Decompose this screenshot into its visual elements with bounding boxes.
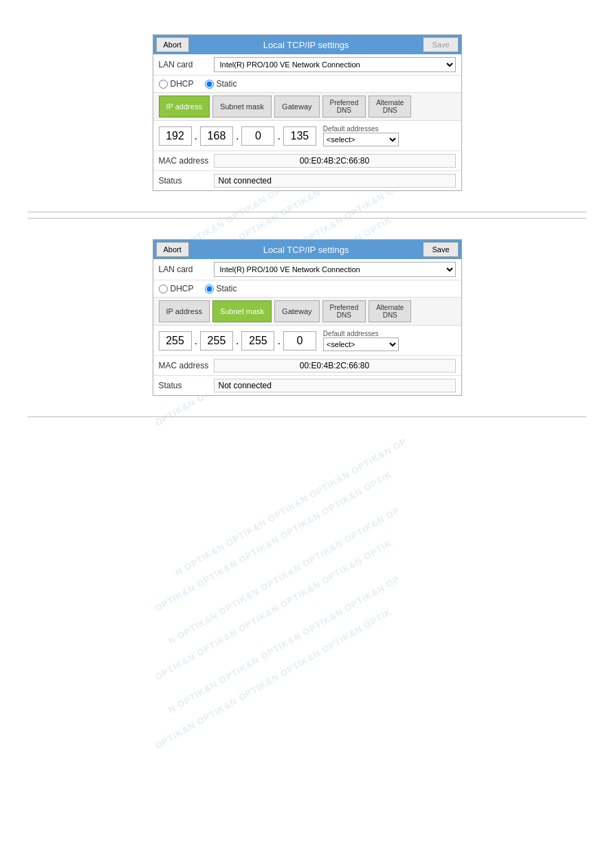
main-content: Abort Local TCP/IP settings Save LAN car… <box>0 0 614 436</box>
panel2-dhcp-radio[interactable] <box>159 285 168 293</box>
panel2-save-button[interactable]: Save <box>423 242 458 257</box>
panel1-mac-value: 00:E0:4B:2C:66:80 <box>214 154 456 168</box>
panel2-status-value: Not connected <box>214 379 456 392</box>
panel2-octet3-wrapper <box>241 331 274 350</box>
panel2-default-label: Default addresses <box>323 330 379 337</box>
panel2: Abort Local TCP/IP settings Save LAN car… <box>153 239 462 396</box>
panel2-octet3-input[interactable] <box>241 331 274 350</box>
panel2-tabs: IP address Subnet mask Gateway Preferred… <box>153 297 461 326</box>
panel1-tab-gateway[interactable]: Gateway <box>274 96 319 118</box>
panel2-lan-select[interactable]: Intel(R) PRO/100 VE Network Connection <box>214 262 456 277</box>
panel2-sep2: . <box>234 335 240 347</box>
panel2-default-select[interactable]: <select> <box>323 337 399 351</box>
panel2-tab-gateway[interactable]: Gateway <box>274 300 319 322</box>
panel2-title: Local TCP/IP settings <box>192 245 421 255</box>
panel1-section: Abort Local TCP/IP settings Save LAN car… <box>0 34 614 191</box>
panel1-lan-select[interactable]: Intel(R) PRO/100 VE Network Connection <box>214 57 456 72</box>
page-wrapper: N OPTIK&N OPTIK&N OPTIK&N OPTIK&N OPTIK&… <box>0 0 614 868</box>
panel1-mac-row: MAC address 00:E0:4B:2C:66:80 <box>153 151 461 171</box>
divider1 <box>28 212 586 212</box>
panel1-dhcp-radio[interactable] <box>159 80 168 89</box>
panel1-octet1-input[interactable] <box>159 126 192 146</box>
panel2-subnet-row: . . . Default addresses < <box>153 326 461 356</box>
panel1-ip-row: . . . Default addresses < <box>153 121 461 151</box>
panel2-octet1-input[interactable] <box>159 331 192 350</box>
divider3 <box>28 416 586 417</box>
panel1-tab-subnet-mask[interactable]: Subnet mask <box>212 96 272 118</box>
panel1-dhcp-label[interactable]: DHCP <box>159 79 194 89</box>
panel1-title: Local TCP/IP settings <box>192 40 421 50</box>
panel2-tab-ip-address[interactable]: IP address <box>159 300 210 322</box>
panel1-radio-row: DHCP Static <box>153 76 461 92</box>
panel2-sep1: . <box>193 335 199 347</box>
panel1-mac-label: MAC address <box>159 156 214 166</box>
panel2-sep3: . <box>276 335 281 347</box>
panel2-mac-value: 00:E0:4B:2C:66:80 <box>214 359 456 372</box>
panel1-sep3: . <box>276 130 281 142</box>
panel1-tab-ip-address[interactable]: IP address <box>159 96 210 118</box>
panel1-tabs: IP address Subnet mask Gateway Preferred… <box>153 92 461 121</box>
panel2-octet2-wrapper <box>200 331 233 350</box>
panel1-lan-value: Intel(R) PRO/100 VE Network Connection <box>214 57 456 72</box>
panel1-lan-label: LAN card <box>159 60 214 69</box>
panel2-dhcp-label[interactable]: DHCP <box>159 284 194 293</box>
panel2-lan-row: LAN card Intel(R) PRO/100 VE Network Con… <box>153 259 461 280</box>
panel2-status-label: Status <box>159 381 214 390</box>
divider2 <box>28 218 586 219</box>
panel1-default-label: Default addresses <box>323 125 379 133</box>
panel2-radio-row: DHCP Static <box>153 280 461 297</box>
panel1-octet2-wrapper <box>200 126 233 146</box>
panel2-status-row: Status Not connected <box>153 376 461 395</box>
panel1-octet3-input[interactable] <box>241 126 274 146</box>
panel2-tab-preferred-dns[interactable]: PreferredDNS <box>322 300 366 322</box>
panel1-octet4-wrapper <box>283 126 316 146</box>
panel1-octet3-wrapper <box>241 126 274 146</box>
panel2-default-addresses: Default addresses <select> <box>323 330 399 351</box>
panel2-mac-row: MAC address 00:E0:4B:2C:66:80 <box>153 356 461 376</box>
panel1-default-addresses: Default addresses <select> <box>323 125 399 146</box>
panel2-lan-value: Intel(R) PRO/100 VE Network Connection <box>214 262 456 277</box>
panel2-octet1-wrapper <box>159 331 192 350</box>
panel1-octet4-input[interactable] <box>283 126 316 146</box>
panel2-tab-subnet-mask[interactable]: Subnet mask <box>212 300 272 322</box>
panel2-octet2-input[interactable] <box>200 331 233 350</box>
panel1-static-radio[interactable] <box>205 80 214 89</box>
panel1-status-row: Status Not connected <box>153 171 461 190</box>
panel1-save-button[interactable]: Save <box>423 37 458 52</box>
panel1-abort-button[interactable]: Abort <box>156 37 189 52</box>
panel2-octet4-input[interactable] <box>283 331 316 350</box>
panel2-static-radio[interactable] <box>205 285 214 293</box>
panel1-status-label: Status <box>159 176 214 186</box>
panel2-octet4-wrapper <box>283 331 316 350</box>
panel1-sep2: . <box>234 130 240 142</box>
panel1-titlebar: Abort Local TCP/IP settings Save <box>153 35 461 54</box>
panel1-sep1: . <box>193 130 199 142</box>
panel1: Abort Local TCP/IP settings Save LAN car… <box>153 34 462 191</box>
panel1-octet1-wrapper <box>159 126 192 146</box>
panel2-mac-label: MAC address <box>159 361 214 370</box>
panel2-section: Abort Local TCP/IP settings Save LAN car… <box>0 239 614 396</box>
panel1-tab-alternate-dns[interactable]: AlternateDNS <box>369 96 411 118</box>
panel2-static-label[interactable]: Static <box>205 284 237 293</box>
panel2-tab-alternate-dns[interactable]: AlternateDNS <box>369 300 411 322</box>
panel1-lan-row: LAN card Intel(R) PRO/100 VE Network Con… <box>153 54 461 76</box>
panel2-titlebar: Abort Local TCP/IP settings Save <box>153 240 461 259</box>
panel1-status-value: Not connected <box>214 174 456 188</box>
panel1-tab-preferred-dns[interactable]: PreferredDNS <box>322 96 366 118</box>
panel2-abort-button[interactable]: Abort <box>156 242 189 257</box>
panel2-lan-label: LAN card <box>159 265 214 274</box>
panel1-octet2-input[interactable] <box>200 126 233 146</box>
panel1-static-label[interactable]: Static <box>205 79 237 89</box>
panel1-default-select[interactable]: <select> <box>323 133 399 146</box>
